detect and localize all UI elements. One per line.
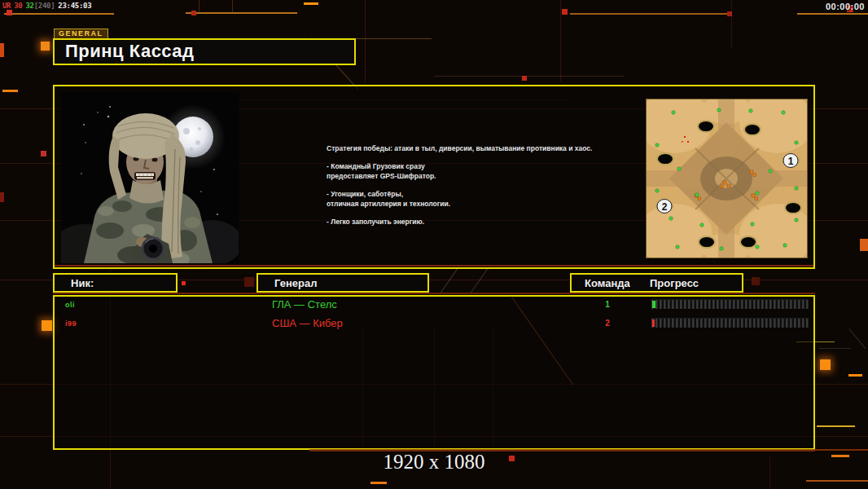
start-position-1: 1: [788, 156, 794, 167]
decor-line: [806, 480, 868, 482]
progress-bar: [651, 318, 809, 328]
briefing-paragraph: - Командный Грузовик сразу предоставляет…: [327, 161, 595, 181]
decor-square: [860, 239, 868, 251]
portrait-art: [61, 92, 239, 263]
nick-column-label: Ник:: [71, 277, 94, 289]
decor-square: [244, 277, 254, 287]
decor-line: [848, 328, 866, 349]
start-position-marker: 2: [657, 200, 672, 214]
decor-square: [182, 281, 186, 285]
decor-line: [560, 0, 561, 82]
column-header-team-progress: Команда Прогресс: [570, 273, 743, 293]
player-nick: i99: [65, 319, 77, 328]
decor-square: [41, 151, 46, 156]
decor-line: [434, 76, 624, 77]
decor-square: [191, 11, 196, 15]
decor-square: [752, 277, 760, 285]
fps-clock: 23:45:03: [58, 2, 91, 10]
fps-app: UR: [2, 2, 11, 10]
column-header-general: Генерал: [256, 273, 429, 293]
fps-cap: [240]: [34, 2, 55, 10]
panel-accent-line: [55, 265, 813, 267]
progress-fill: [652, 319, 655, 327]
map-art: 1 2: [647, 99, 807, 258]
start-position-marker: 1: [783, 154, 798, 168]
briefing-paragraph: - Угонщики, саботёры, отличная артиллери…: [327, 189, 595, 209]
general-title-box: Принц Кассад: [53, 38, 356, 65]
general-info-panel: Стратегия победы: атаки в тыл, диверсии,…: [53, 85, 815, 269]
column-header-nick: Ник:: [53, 273, 178, 293]
decor-line: [818, 348, 851, 349]
general-column-label: Генерал: [274, 277, 317, 289]
decor-line: [4, 13, 114, 15]
player-team: 1: [601, 300, 614, 309]
decor-square: [522, 76, 527, 81]
player-row: oli ГЛА — Стелс 1: [53, 298, 815, 310]
decor-square: [41, 42, 50, 51]
start-position-2: 2: [662, 201, 668, 213]
decor-line: [731, 0, 732, 49]
progress-fill: [652, 301, 655, 308]
player-team: 2: [601, 319, 614, 328]
session-timer: 00:00:00: [826, 2, 865, 11]
decor-line: [570, 13, 727, 15]
player-nick: oli: [65, 301, 75, 309]
progress-column-label: Прогресс: [650, 277, 699, 289]
player-row: i99 США — Кибер 2: [53, 317, 815, 328]
fps-value2: 32: [26, 2, 34, 10]
decor-line: [848, 374, 862, 377]
fps-overlay: UR3032[240]23:45:03: [2, 2, 94, 10]
decor-square: [0, 43, 4, 57]
decor-square: [562, 9, 568, 15]
decor-line: [365, 0, 366, 82]
briefing-paragraph: Стратегия победы: атаки в тыл, диверсии,…: [327, 143, 595, 153]
progress-bar: [651, 299, 809, 310]
decor-square: [42, 320, 52, 331]
decor-line: [186, 12, 297, 14]
resolution-label: 1920 x 1080: [0, 451, 868, 474]
decor-square: [820, 359, 831, 370]
decor-square: [727, 11, 732, 16]
decor-line: [304, 2, 318, 5]
decor-line: [797, 13, 868, 15]
general-portrait: [61, 92, 239, 263]
strategy-briefing: Стратегия победы: атаки в тыл, диверсии,…: [327, 143, 595, 235]
player-general: ГЛА — Стелс: [272, 298, 337, 311]
map-preview: 1 2: [646, 99, 808, 258]
decor-line: [370, 482, 387, 484]
decor-square: [0, 192, 4, 202]
decor-line: [53, 293, 815, 294]
fps-value: 30: [14, 2, 22, 10]
general-name: Принц Кассад: [55, 40, 354, 63]
player-general: США — Кибер: [272, 317, 343, 329]
loading-screen: UR3032[240]23:45:03 00:00:00 GENERAL При…: [0, 0, 868, 489]
team-column-label: Команда: [585, 277, 630, 289]
decor-square: [7, 10, 12, 15]
decor-line: [2, 90, 18, 92]
decor-line: [817, 425, 855, 427]
briefing-paragraph: - Легко заполучить энергию.: [327, 217, 595, 227]
